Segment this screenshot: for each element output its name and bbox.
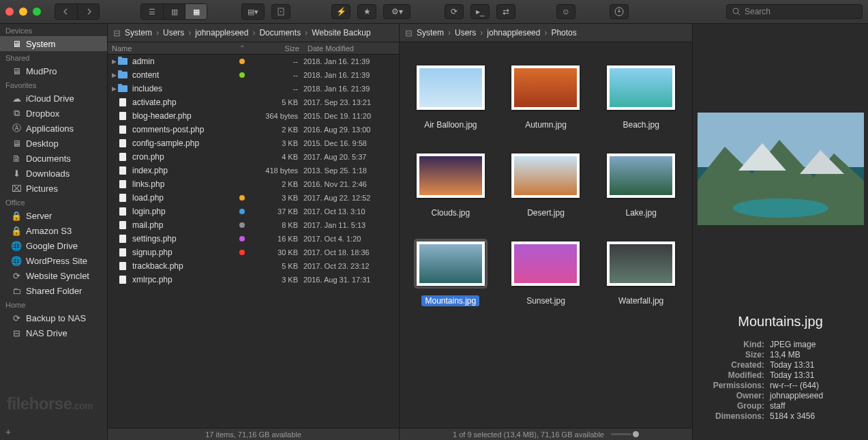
path-segment[interactable]: Website Backup	[312, 28, 371, 38]
tag-dot	[239, 154, 245, 160]
path-segment[interactable]: johnappleseed	[487, 28, 540, 38]
sidebar: Devices 🖥 System Shared 🖥 MudPro Favorit…	[0, 24, 107, 440]
arrange-button[interactable]: ▤▾	[242, 4, 264, 19]
file-row[interactable]: login.php37 KB2017. Oct 13. 3:10	[108, 205, 399, 218]
photo-item[interactable]: Autumn.jpg	[502, 63, 590, 130]
file-row[interactable]: comments-post.php2 KB2016. Aug 29. 13:00	[108, 123, 399, 136]
forward-button[interactable]	[77, 4, 99, 19]
emoji-button[interactable]: ☺	[556, 4, 575, 19]
sidebar-item-applications[interactable]: ⒶApplications	[0, 121, 107, 136]
thumbnail	[607, 153, 675, 198]
path-segment[interactable]: System	[125, 28, 152, 38]
sidebar-item-backup-to-nas[interactable]: ⟳Backup to NAS	[0, 310, 107, 325]
back-button[interactable]	[55, 4, 77, 19]
info-val: johnappleseed	[770, 391, 856, 400]
favorite-button[interactable]: ★	[357, 4, 376, 19]
file-row[interactable]: activate.php5 KB2017. Sep 23. 13:21	[108, 96, 399, 109]
file-row[interactable]: signup.php30 KB2017. Oct 18. 18:36	[108, 246, 399, 259]
sidebar-header-office: Office	[0, 196, 107, 208]
sidebar-item-system[interactable]: 🖥 System	[0, 36, 107, 51]
thumbnail	[511, 241, 580, 286]
info-row: Permissions:rw-r--r-- (644)	[705, 381, 856, 390]
sidebar-item-server[interactable]: 🔒Server	[0, 208, 107, 223]
file-row[interactable]: blog-header.php364 bytes2015. Dec 19. 11…	[108, 109, 399, 123]
sidebar-item-amazon-s3[interactable]: 🔒Amazon S3	[0, 223, 107, 238]
grid-view-button[interactable]: ▦	[185, 4, 207, 19]
sidebar-item-downloads[interactable]: ⬇Downloads	[0, 166, 107, 181]
sidebar-item-dropbox[interactable]: ⧉Dropbox	[0, 106, 107, 121]
photo-item[interactable]: Waterfall.jpg	[597, 239, 685, 306]
tag-dot	[239, 72, 245, 78]
path-segment[interactable]: System	[417, 28, 444, 38]
maximize-window-button[interactable]	[33, 8, 41, 16]
path-segment[interactable]: Photos	[551, 28, 576, 38]
disclosure-icon[interactable]: ▶	[110, 72, 117, 78]
photo-item[interactable]: Desert.jpg	[502, 151, 590, 218]
sidebar-item-icloud-drive[interactable]: ☁iCloud Drive	[0, 91, 107, 106]
sidebar-item-desktop[interactable]: 🖥Desktop	[0, 136, 107, 151]
sidebar-item-label: iCloud Drive	[26, 93, 74, 104]
grid-path-bar[interactable]: ⊟System›Users›johnappleseed›Photos	[400, 24, 692, 42]
download-button[interactable]	[610, 4, 629, 19]
disclosure-icon[interactable]: ▶	[110, 58, 117, 65]
new-file-button[interactable]	[271, 4, 290, 19]
col-head-date[interactable]: Date Modified	[303, 42, 399, 54]
photo-item[interactable]: Mountains.jpg	[406, 239, 495, 306]
list-path-bar[interactable]: ⊟System›Users›johnappleseed›Documents›We…	[108, 24, 399, 42]
info-key: Group:	[705, 401, 770, 411]
photo-item[interactable]: Lake.jpg	[597, 151, 685, 218]
file-row[interactable]: links.php2 KB2016. Nov 21. 2:46	[108, 177, 399, 191]
path-segment[interactable]: Users	[163, 28, 184, 38]
list-view-button[interactable]: ☰	[141, 4, 163, 19]
file-row[interactable]: xmlrpc.php3 KB2016. Aug 31. 17:31	[108, 273, 399, 287]
file-list: ▶admin--2018. Jan 16. 21:39▶content--201…	[108, 55, 399, 428]
file-row[interactable]: ▶admin--2018. Jan 16. 21:39	[108, 55, 399, 68]
col-head-size[interactable]: Size	[249, 42, 303, 54]
disclosure-icon[interactable]: ▶	[110, 85, 117, 92]
file-row[interactable]: cron.php4 KB2017. Aug 20. 5:37	[108, 150, 399, 164]
gear-button[interactable]: ⚙▾	[383, 4, 410, 19]
path-segment[interactable]: Documents	[259, 28, 301, 38]
nav-buttons	[55, 3, 100, 20]
sidebar-item-documents[interactable]: 🗎Documents	[0, 151, 107, 166]
column-view-button[interactable]: ▥	[163, 4, 185, 19]
info-pane: Mountains.jpg Kind:JPEG imageSize:13,4 M…	[692, 24, 868, 440]
file-row[interactable]: mail.php8 KB2017. Jan 11. 5:13	[108, 218, 399, 232]
sidebar-item-wordpress-site[interactable]: 🌐WordPress Site	[0, 253, 107, 268]
file-row[interactable]: settings.php16 KB2017. Oct 4. 1:20	[108, 232, 399, 246]
file-row[interactable]: config-sample.php3 KB2015. Dec 16. 9:58	[108, 136, 399, 150]
zoom-slider[interactable]	[611, 431, 639, 437]
quick-action-button[interactable]: ⚡	[331, 4, 350, 19]
sidebar-item-shared-folder[interactable]: 🗀Shared Folder	[0, 283, 107, 298]
photo-item[interactable]: Air Balloon.jpg	[406, 63, 495, 130]
photo-item[interactable]: Beach.jpg	[597, 63, 685, 130]
file-row[interactable]: ▶content--2018. Jan 16. 21:39	[108, 68, 399, 82]
terminal-button[interactable]: ▸_	[470, 4, 490, 19]
sidebar-item-label: NAS Drive	[26, 328, 68, 338]
tag-dot	[239, 277, 245, 282]
sidebar-item-mudpro[interactable]: 🖥 MudPro	[0, 63, 107, 78]
minimize-window-button[interactable]	[19, 8, 27, 16]
close-window-button[interactable]	[5, 8, 14, 16]
file-row[interactable]: load.php3 KB2017. Aug 22. 12:52	[108, 191, 399, 205]
add-location-button[interactable]: +	[0, 424, 107, 440]
docs-icon: 🗎	[11, 153, 22, 164]
photo-item[interactable]: Clouds.jpg	[406, 151, 495, 218]
path-segment[interactable]: johnappleseed	[195, 28, 248, 38]
file-row[interactable]: ▶includes--2018. Jan 16. 21:39	[108, 82, 399, 96]
sidebar-header-home: Home	[0, 298, 107, 310]
search-input[interactable]	[745, 7, 856, 16]
file-row[interactable]: trackback.php5 KB2017. Oct 23. 23:12	[108, 259, 399, 273]
sidebar-item-website-synclet[interactable]: ⟳Website Synclet	[0, 268, 107, 283]
col-head-name[interactable]: Name⌃	[108, 42, 249, 54]
sidebar-item-pictures[interactable]: ⌧Pictures	[0, 181, 107, 196]
file-row[interactable]: index.php418 bytes2013. Sep 25. 1:18	[108, 164, 399, 177]
file-icon	[117, 207, 128, 216]
sidebar-item-google-drive[interactable]: 🌐Google Drive	[0, 238, 107, 253]
photo-item[interactable]: Sunset.jpg	[502, 239, 590, 306]
compare-button[interactable]: ⇄	[496, 4, 515, 19]
path-segment[interactable]: Users	[455, 28, 476, 38]
sync-button[interactable]: ⟳	[445, 4, 464, 19]
sidebar-item-nas-drive[interactable]: ⊟NAS Drive	[0, 325, 107, 340]
search-box[interactable]	[726, 4, 863, 19]
